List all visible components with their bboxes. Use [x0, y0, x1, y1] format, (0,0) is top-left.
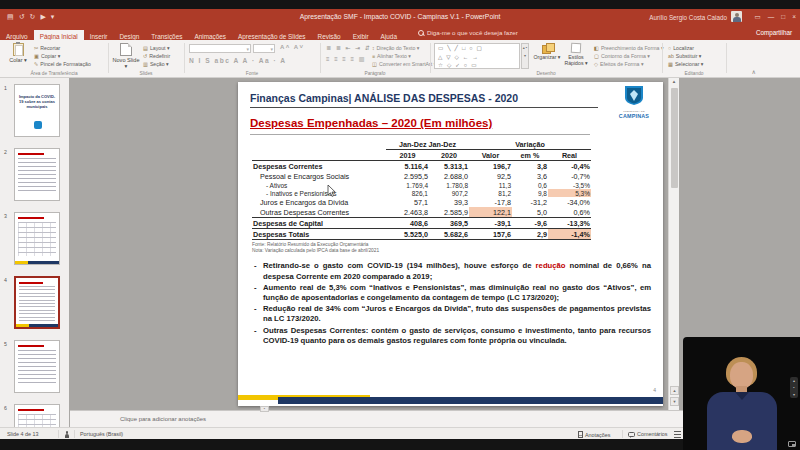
slide-number-label: 4 [4, 277, 7, 283]
smartart-button[interactable]: ◫Converter em SmartArt ▾ [372, 61, 436, 67]
start-slideshow-icon[interactable]: ▶ [40, 12, 45, 21]
previous-slide-button[interactable]: ▲ [670, 386, 679, 395]
tell-me-box[interactable]: Diga-me o que você deseja fazer [418, 29, 518, 36]
video-side-controls[interactable]: ▴▪▾ [790, 377, 798, 398]
select-icon: ▦ [668, 61, 673, 67]
bullet-item: Redução real de 34% com “Juros e Encargo… [252, 304, 651, 324]
slide-title: Finanças Campinas| ANÁLISE DAS DESPESAS … [250, 92, 651, 104]
shape-gallery-scroll[interactable]: ▴ ▪ ▾ [521, 43, 529, 69]
table-row: Juros e Encargos da Dívida 57,1 39,3 -17… [252, 197, 591, 207]
find-icon: ○ [668, 45, 671, 51]
new-slide-button[interactable]: Novo Slide ▾ [112, 43, 140, 69]
arrange-icon [542, 43, 553, 53]
shape-outline-button[interactable]: ▢Contorno da Forma ▾ [594, 53, 650, 59]
accessibility-button[interactable] [64, 431, 69, 438]
select-button[interactable]: ▦Selecionar ▾ [668, 61, 703, 67]
table-row: Pessoal e Encargos Sociais 2.595,5 2.688… [252, 171, 591, 181]
slide-thumbnail-image[interactable] [14, 340, 60, 393]
slide-canvas[interactable]: Finanças Campinas| ANÁLISE DAS DESPESAS … [238, 82, 663, 406]
view-buttons[interactable] [674, 431, 681, 438]
text-direction-button[interactable]: ↕Direção do Texto ▾ [372, 45, 419, 51]
interpreter-face [730, 362, 753, 389]
language-button[interactable]: Português (Brasil) [80, 431, 123, 437]
paste-button[interactable]: Colar ▾ [6, 43, 30, 63]
replace-button[interactable]: abSubstituir ▾ [668, 53, 701, 59]
grow-shrink-font-buttons[interactable]: A˄ A˅ [280, 44, 305, 50]
slide-thumbnail[interactable]: 6 [0, 403, 69, 427]
cut-button[interactable]: ✂Recortar [34, 45, 60, 51]
emphasized-word: redução [536, 261, 566, 270]
notes-placeholder[interactable]: Clique para adicionar anotações [120, 416, 206, 422]
slide-thumbnail[interactable]: 2 [0, 147, 69, 211]
find-button[interactable]: ○Localizar [668, 45, 694, 51]
slide-page-number: 4 [653, 387, 656, 393]
align-text-button[interactable]: ≡Alinhar Texto ▾ [372, 53, 411, 59]
picture-in-picture-icon[interactable] [788, 441, 796, 447]
scrollbar-thumb[interactable] [671, 88, 678, 188]
comments-toggle-button[interactable]: Comentários [628, 431, 668, 437]
next-slide-button[interactable]: ▼ [670, 397, 679, 406]
slide-thumbnail-image[interactable] [14, 148, 60, 201]
slide-thumbnail-image[interactable] [14, 404, 60, 427]
undo-icon[interactable]: ↺ [19, 12, 25, 21]
slide-number-label: 2 [4, 149, 7, 155]
copy-icon: ▣ [34, 53, 39, 59]
campinas-logo: PREFEITURA DE CAMPINAS [613, 85, 655, 119]
font-size-combo[interactable]: ▾ [253, 44, 275, 53]
vertical-scrollbar[interactable]: ▲ ▲ ▼ ▼ [668, 78, 679, 427]
layout-button[interactable]: ▤Layout ▾ [143, 45, 170, 51]
format-painter-button[interactable]: ✎Pincel de Formatação [34, 61, 91, 67]
ribbon-display-options-icon[interactable]: ▭ [755, 12, 761, 21]
campinas-shield-icon [624, 85, 644, 106]
font-style-buttons[interactable]: N I S abc A A · Aa · A [189, 57, 286, 64]
ribbon: Colar ▾ ✂Recortar ▣Copiar ▾ ✎Pincel de F… [0, 40, 800, 78]
quick-styles-button[interactable]: Estilos Rápidos ▾ [562, 43, 590, 66]
notes-toggle-button[interactable]: Anotações [578, 431, 610, 438]
user-avatar[interactable] [731, 11, 742, 22]
table-row: Despesas Correntes 5.116,4 5.313,1 196,7… [252, 161, 591, 172]
footer-navy-bar [278, 397, 663, 404]
customize-quick-access-icon[interactable]: ▾ [51, 12, 55, 21]
slide-thumbnail-image[interactable] [14, 276, 60, 329]
ribbon-tab-row: ArquivoPágina InicialInserirDesignTransi… [0, 25, 800, 40]
section-button[interactable]: ▥Seção ▾ [143, 61, 169, 67]
group-drawing: Desenho [430, 71, 662, 76]
layout-icon: ▤ [143, 45, 148, 51]
arrange-button[interactable]: Organizar ▾ [533, 43, 561, 60]
shape-effects-button[interactable]: ◇Efeitos de Forma ▾ [594, 61, 644, 67]
scroll-up-icon[interactable]: ▲ [669, 79, 679, 84]
col-em-pct: em % [512, 150, 548, 161]
table-row: Outras Despesas Correntes 2.463,8 2.585,… [252, 207, 591, 218]
align-text-icon: ≡ [372, 53, 375, 59]
collapse-ribbon-icon[interactable]: ∧ [752, 68, 756, 75]
share-button[interactable]: Compartilhar [756, 29, 792, 36]
replace-icon: ab [668, 53, 674, 59]
shape-gallery[interactable]: ▭ ╲ ╱ □ ○ ▢ △ ▽ ◇ ← → ☆ ◇ ✓ ○ ▭ [434, 43, 520, 69]
slide-thumbnail[interactable]: 1 Impacto da COVID-19 sobre as contas mu… [0, 83, 69, 147]
slide-thumbnail[interactable]: 4 [0, 275, 69, 339]
slide-thumbnail[interactable]: 3 [0, 211, 69, 275]
minimize-icon[interactable]: — [768, 12, 775, 21]
slide-thumbnail[interactable]: 5 [0, 339, 69, 403]
notes-splitter-handle[interactable]: ▪ [260, 406, 269, 412]
restore-icon[interactable]: □ [781, 12, 785, 21]
slide-thumbnail-image[interactable]: Impacto da COVID-19 sobre as contas muni… [14, 84, 60, 137]
list-buttons[interactable]: ≣ ≣ ⇤ ⇥ ⇵ [326, 44, 371, 51]
shape-outline-icon: ▢ [594, 53, 599, 59]
quick-access-toolbar: ▤↺↻▶▾ [7, 12, 54, 21]
copy-button[interactable]: ▣Copiar ▾ [34, 53, 60, 59]
slide-thumbnail-image[interactable] [14, 212, 60, 265]
close-icon[interactable]: × [792, 12, 796, 21]
save-icon[interactable]: ▤ [7, 12, 14, 21]
titlebar: ▤↺↻▶▾ Apresentação SMF - Impacto COVID -… [0, 9, 800, 25]
slide-number-label: 1 [4, 85, 7, 91]
group-slides: Slides [108, 71, 184, 76]
shape-fill-button[interactable]: ◧Preenchimento da Forma ▾ [594, 45, 663, 51]
reset-button[interactable]: ↺Redefinir [143, 53, 170, 59]
align-buttons[interactable]: ≡ ≡ ≡ ≡ ▥ [326, 55, 366, 62]
font-name-combo[interactable]: ▾ [189, 44, 251, 53]
notes-icon [578, 431, 583, 438]
redo-icon[interactable]: ↻ [30, 12, 36, 21]
mouse-cursor [327, 185, 336, 197]
comment-icon [628, 432, 635, 437]
